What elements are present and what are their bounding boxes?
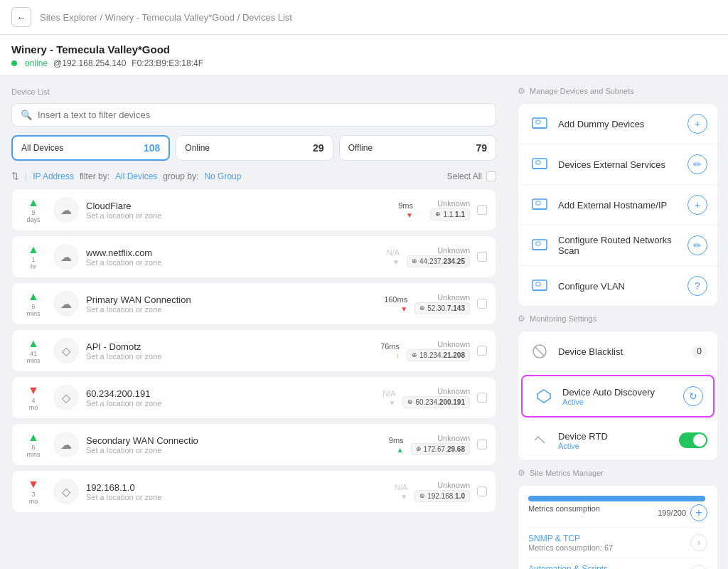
sync-button[interactable]: ↻ bbox=[683, 386, 703, 406]
latency-value: 9ms bbox=[389, 436, 404, 445]
manage-item-action-button[interactable]: ✏ bbox=[687, 235, 707, 255]
sort-by-link[interactable]: IP Address bbox=[33, 171, 74, 181]
monitoring-card: Device Blacklist 0 Device Auto Discovery… bbox=[518, 331, 718, 461]
device-row[interactable]: ▲ 1hr ☁ www.netflix.com Set a location o… bbox=[11, 235, 496, 278]
latency-arrow: ▼ bbox=[389, 399, 396, 407]
select-all-checkbox[interactable] bbox=[486, 171, 496, 181]
manage-item[interactable]: Configure VLAN ? bbox=[518, 266, 717, 306]
device-status-text: Unknown bbox=[411, 434, 470, 442]
search-bar[interactable]: 🔍 bbox=[11, 103, 496, 127]
status-arrow-icon: ▲ bbox=[28, 431, 39, 444]
device-row[interactable]: ▲ 9days ☁ CloudFlare Set a location or z… bbox=[11, 188, 496, 231]
toggle-switch[interactable] bbox=[679, 432, 707, 448]
manage-item-icon bbox=[528, 153, 551, 176]
manage-item[interactable]: Devices External Services ✏ bbox=[518, 144, 717, 185]
metrics-sub-item[interactable]: Automation & Scripts Metrics consumption… bbox=[528, 558, 707, 569]
device-row[interactable]: ▲ 6mins ☁ Primary WAN Connection Set a l… bbox=[11, 282, 496, 325]
filter-value-link[interactable]: All Devices bbox=[115, 171, 157, 181]
device-checkbox[interactable] bbox=[477, 393, 487, 403]
device-ip: 44.237.234.25 bbox=[419, 257, 465, 265]
latency-arrow: ▼ bbox=[392, 258, 400, 266]
latency-arrow-down: ▼ bbox=[400, 305, 407, 313]
latency-arrow-up: ▲ bbox=[397, 446, 404, 454]
device-info: 192.168.1.0 Set a location or zone bbox=[86, 482, 387, 501]
manage-item-action-button[interactable]: + bbox=[687, 114, 707, 134]
manage-item[interactable]: Configure Routed Networks Scan ✏ bbox=[518, 225, 717, 266]
device-row[interactable]: ▼ 4mo ◇ 60.234.200.191 Set a location or… bbox=[11, 376, 496, 419]
monitoring-section-title: Monitoring Settings bbox=[530, 314, 596, 323]
monitoring-sub-label: Active bbox=[562, 398, 676, 406]
manage-item-action-button[interactable]: + bbox=[687, 195, 707, 215]
manage-item[interactable]: Add External Hostname/IP + bbox=[518, 185, 717, 225]
status-arrow-icon: ▲ bbox=[28, 337, 39, 350]
metrics-section-title: Site Metrics Manager bbox=[530, 469, 604, 477]
device-checkbox[interactable] bbox=[477, 299, 487, 309]
latency-arrow-down: ▼ bbox=[406, 211, 413, 219]
device-row[interactable]: ▲ 6mins ☁ Secondary WAN Connectio Set a … bbox=[11, 423, 496, 466]
device-zone: Set a location or zone bbox=[86, 258, 380, 267]
svg-rect-9 bbox=[532, 240, 547, 250]
device-zone: Set a location or zone bbox=[86, 446, 382, 454]
device-checkbox[interactable] bbox=[477, 252, 487, 262]
device-type-icon: ☁ bbox=[53, 244, 79, 270]
monitoring-item-label: Device RTD bbox=[558, 431, 672, 442]
manage-item[interactable]: Add Dummy Devices + bbox=[518, 104, 717, 144]
monitoring-section-icon: ⚙ bbox=[518, 314, 525, 324]
metrics-sub-items: SNMP & TCP Metrics consumption: 67 › Aut… bbox=[528, 527, 707, 569]
metrics-navigate-button[interactable]: › bbox=[690, 565, 707, 569]
status-time: 6mins bbox=[26, 444, 40, 458]
tab-offline[interactable]: Offline 79 bbox=[339, 135, 496, 161]
search-input[interactable] bbox=[38, 110, 487, 120]
manage-item-label: Devices External Services bbox=[558, 159, 680, 170]
tab-offline-label: Offline bbox=[348, 143, 373, 153]
tab-all-label: All Devices bbox=[21, 143, 63, 153]
tab-all-devices[interactable]: All Devices 108 bbox=[11, 135, 170, 161]
device-row[interactable]: ▲ 41mins ◇ API - Domotz Set a location o… bbox=[11, 329, 496, 372]
device-status-section: Unknown ⊕ 52.30.7.143 bbox=[414, 293, 470, 314]
manage-item-action-button[interactable]: ? bbox=[687, 276, 707, 296]
site-ip: @192.168.254.140 bbox=[53, 58, 126, 68]
back-button[interactable]: ← bbox=[11, 7, 31, 27]
latency-arrow: ▼ bbox=[400, 493, 407, 501]
group-value-link[interactable]: No Group bbox=[204, 171, 241, 181]
metrics-sub-item[interactable]: SNMP & TCP Metrics consumption: 67 › bbox=[528, 527, 707, 558]
manage-card: Add Dummy Devices + Devices External Ser… bbox=[518, 103, 718, 307]
manage-item-icon bbox=[528, 234, 551, 257]
device-checkbox[interactable] bbox=[477, 440, 487, 450]
manage-item-label: Add External Hostname/IP bbox=[558, 200, 680, 211]
device-info: API - Domotz Set a location or zone bbox=[86, 341, 373, 361]
device-checkbox[interactable] bbox=[477, 346, 487, 356]
monitoring-item-icon bbox=[532, 385, 555, 408]
metrics-sub-name: Automation & Scripts bbox=[528, 564, 617, 569]
device-name: 60.234.200.191 bbox=[86, 388, 375, 399]
manage-item-label: Add Dummy Devices bbox=[558, 119, 680, 129]
device-status-indicator: ▼ 4mo bbox=[21, 384, 46, 411]
device-status-text: Unknown bbox=[407, 246, 470, 255]
device-checkbox[interactable] bbox=[477, 205, 487, 215]
latency-value: 160ms bbox=[384, 295, 407, 304]
panel-title: Device List bbox=[11, 87, 496, 96]
select-all[interactable]: Select All bbox=[447, 171, 496, 181]
device-status-section: Unknown ⊕ 192.168.1.0 bbox=[414, 481, 470, 502]
metrics-add-button[interactable]: + bbox=[690, 504, 707, 521]
monitoring-item[interactable]: Device Blacklist 0 bbox=[518, 331, 717, 372]
ip-icon: ⊕ bbox=[407, 398, 413, 405]
sort-icon[interactable]: ⇅ bbox=[11, 171, 19, 181]
device-status-text: Unknown bbox=[407, 340, 470, 349]
monitoring-sub-label: Active bbox=[558, 442, 672, 450]
manage-item-action-button[interactable]: ✏ bbox=[687, 154, 707, 174]
monitoring-item[interactable]: Device RTD Active bbox=[518, 420, 717, 460]
device-ip-badge: ⊕ 44.237.234.25 bbox=[407, 255, 470, 267]
device-status-indicator: ▲ 9days bbox=[21, 196, 46, 223]
device-checkbox[interactable] bbox=[477, 486, 487, 496]
status-time: 9days bbox=[26, 209, 40, 223]
device-row[interactable]: ▼ 3mo ◇ 192.168.1.0 Set a location or zo… bbox=[11, 470, 496, 513]
ip-icon: ⊕ bbox=[435, 211, 441, 218]
metrics-section-header: ⚙ Site Metrics Manager bbox=[518, 468, 718, 478]
monitoring-item[interactable]: Device Auto Discovery Active ↻ bbox=[521, 375, 714, 418]
tab-online-count: 29 bbox=[313, 142, 324, 154]
tab-online[interactable]: Online 29 bbox=[176, 135, 333, 161]
group-by-label: group by: bbox=[163, 171, 198, 181]
device-status-section: Unknown ⊕ 44.237.234.25 bbox=[407, 246, 470, 267]
metrics-navigate-button[interactable]: › bbox=[690, 534, 707, 551]
